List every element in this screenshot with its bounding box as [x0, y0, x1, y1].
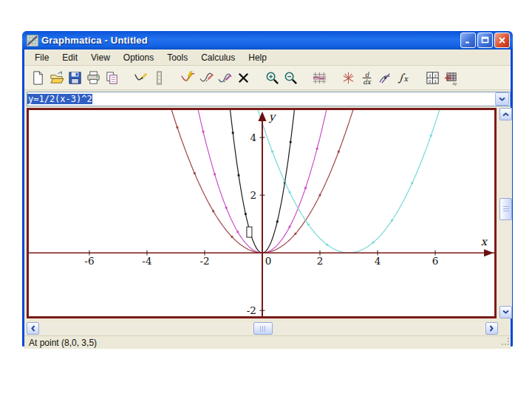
horizontal-scroll-thumb[interactable] — [253, 322, 273, 335]
redraw-pencil-button[interactable] — [197, 68, 216, 87]
close-button[interactable] — [494, 33, 510, 48]
curve-point-marker — [289, 191, 291, 194]
curve-point-marker — [245, 213, 247, 215]
close-icon — [498, 36, 506, 44]
new-file-button[interactable] — [29, 68, 47, 87]
curve-point-marker — [232, 132, 234, 134]
redraw-all-icon — [180, 70, 196, 86]
curve-point-marker — [294, 233, 296, 235]
menu-options[interactable]: Options — [117, 51, 160, 64]
data-table-icon: xy01 — [425, 70, 440, 86]
curve-point-marker — [225, 207, 228, 209]
equation-input[interactable]: y=1/2(x-3)^2 — [27, 92, 511, 106]
open-file-icon — [49, 70, 64, 86]
x-tick-label: -2 — [200, 255, 209, 267]
menu-file[interactable]: File — [28, 51, 55, 64]
thumb-grip — [260, 326, 266, 332]
scroll-right-button[interactable] — [485, 322, 498, 335]
point-tables-button[interactable]: xy — [442, 68, 460, 87]
critical-points-icon — [341, 70, 356, 86]
open-file-button[interactable] — [47, 68, 66, 87]
print-button[interactable] — [84, 68, 103, 87]
x-tick-label: -6 — [84, 255, 94, 267]
draw-graph-button[interactable] — [132, 68, 150, 87]
app-logo-icon — [27, 35, 38, 47]
tangent-line-button[interactable] — [376, 68, 395, 87]
scroll-up-button[interactable] — [499, 108, 512, 120]
redraw-all-button[interactable] — [179, 68, 197, 87]
y-tick-label: 2 — [250, 189, 256, 201]
minimize-button[interactable] — [460, 33, 476, 48]
scroll-down-button[interactable] — [499, 306, 512, 318]
vertical-scrollbar[interactable] — [499, 108, 512, 318]
svg-text:1: 1 — [434, 78, 437, 83]
chevron-left-icon — [30, 325, 35, 332]
y-tick-label: -2 — [247, 304, 256, 316]
y-axis-label: y — [268, 111, 277, 123]
menu-tools[interactable]: Tools — [160, 51, 194, 64]
delete-graph-button[interactable] — [234, 68, 253, 87]
data-table-button[interactable]: xy01 — [423, 68, 442, 87]
menu-view[interactable]: View — [84, 51, 117, 64]
menu-edit[interactable]: Edit — [55, 51, 84, 64]
derivative-button[interactable]: ddx — [358, 68, 376, 87]
zoom-out-button[interactable] — [282, 68, 300, 87]
window-title: Graphmatica - Untitled — [41, 35, 460, 46]
maximize-icon — [481, 36, 489, 44]
zoom-in-icon — [265, 70, 280, 86]
curve-y=1/2(x-3)^2 — [256, 110, 443, 253]
curve-point-marker — [238, 174, 240, 177]
copy-icon — [104, 70, 120, 86]
chevron-right-icon — [489, 325, 494, 332]
trace-cursor-box — [247, 227, 252, 237]
svg-text:d: d — [365, 70, 370, 78]
menu-calculus[interactable]: Calculus — [194, 51, 242, 64]
curve-point-marker — [236, 231, 239, 233]
copy-button[interactable] — [103, 68, 121, 87]
scroll-left-button[interactable] — [27, 322, 39, 335]
integrate-button[interactable]: ∫x — [395, 68, 413, 87]
equation-text: y=1/2(x-3)^2 — [27, 94, 92, 104]
menu-help[interactable]: Help — [242, 51, 273, 64]
equation-dropdown-button[interactable] — [495, 92, 509, 106]
curve-point-marker — [214, 174, 216, 176]
annotate-button[interactable] — [216, 68, 234, 87]
curve-point-marker — [194, 172, 196, 174]
line-style-button[interactable] — [150, 68, 168, 87]
x-axis-label: x — [481, 236, 488, 248]
plot-svg: -6-4-2024642-2xy — [29, 110, 494, 316]
toolbar: ddx∫xxy01xy — [24, 66, 511, 90]
print-icon — [86, 70, 101, 86]
critical-points-button[interactable] — [339, 68, 358, 87]
svg-text:x: x — [404, 75, 409, 83]
resize-grip-icon[interactable] — [502, 338, 510, 348]
horizontal-scrollbar[interactable] — [27, 322, 498, 335]
save-button[interactable] — [66, 68, 84, 87]
thumb-grip — [503, 206, 509, 212]
line-style-icon — [151, 70, 167, 86]
curve-point-marker — [430, 134, 432, 137]
graph-region: -6-4-2024642-2xy — [24, 108, 511, 321]
new-file-icon — [30, 70, 46, 86]
curve-point-marker — [176, 126, 178, 129]
svg-text:dx: dx — [363, 78, 371, 86]
curve-point-marker — [319, 194, 321, 197]
tangent-line-icon — [378, 70, 393, 86]
svg-text:0: 0 — [429, 78, 432, 83]
graph-canvas[interactable]: -6-4-2024642-2xy — [27, 108, 497, 318]
zoom-in-button[interactable] — [263, 68, 282, 87]
point-tables-icon: xy — [443, 70, 459, 86]
curve-point-marker — [304, 187, 307, 189]
vertical-scroll-thumb[interactable] — [499, 198, 512, 220]
maximize-button[interactable] — [477, 33, 493, 48]
save-icon — [67, 70, 83, 86]
chevron-down-icon — [499, 97, 505, 102]
draw-graph-icon — [133, 70, 149, 86]
x-tick-label: 6 — [432, 255, 439, 267]
zoom-out-icon — [283, 70, 299, 86]
curve-point-marker — [391, 219, 393, 222]
titlebar[interactable]: Graphmatica - Untitled — [22, 31, 513, 50]
redraw-pencil-icon — [199, 70, 214, 86]
grid-range-button[interactable] — [310, 68, 329, 87]
grid-range-icon — [312, 70, 327, 86]
